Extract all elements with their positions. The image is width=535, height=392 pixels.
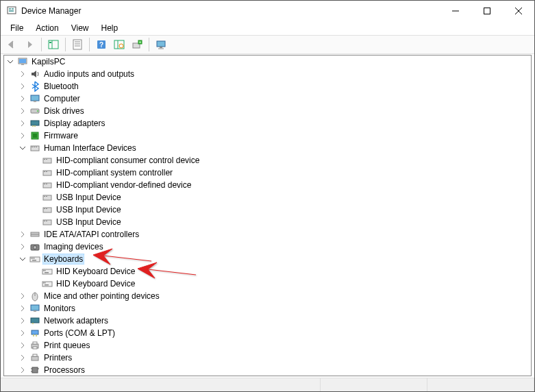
computer-icon [29, 93, 40, 104]
tree-category[interactable]: Mice and other pointing devices [4, 290, 531, 302]
tree-device-keyboard[interactable]: HID Keyboard Device [4, 265, 531, 278]
menu-file[interactable]: File [5, 22, 29, 34]
tree-device[interactable]: HID-compliant consumer control device [4, 154, 531, 167]
tree-category[interactable]: Monitors [4, 302, 531, 315]
tree-category[interactable]: Ports (COM & LPT) [4, 327, 531, 339]
chevron-down-icon[interactable] [18, 143, 27, 153]
firmware-icon [29, 130, 40, 141]
help-button[interactable]: ? [93, 36, 110, 53]
chevron-right-icon[interactable] [18, 69, 27, 79]
svg-point-63 [34, 246, 37, 249]
show-hide-tree-button[interactable] [45, 36, 62, 53]
svg-rect-34 [32, 125, 34, 127]
svg-rect-40 [34, 147, 35, 147]
chevron-right-icon[interactable] [18, 131, 27, 140]
scan-hardware-button[interactable] [111, 36, 127, 53]
tree-device-keyboard[interactable]: HID Keyboard Device [4, 278, 531, 290]
tree-category[interactable]: Audio inputs and outputs [4, 68, 531, 80]
tree-device[interactable]: USB Input Device [4, 204, 531, 216]
tree-category[interactable]: Printers [4, 352, 531, 364]
chevron-right-icon[interactable] [18, 230, 27, 239]
node-label: HID-compliant system controller [55, 168, 174, 177]
svg-rect-79 [31, 305, 39, 310]
svg-rect-23 [157, 41, 165, 47]
chevron-right-icon[interactable] [18, 106, 27, 116]
hid-icon [42, 204, 53, 215]
svg-rect-43 [44, 159, 45, 160]
computer-icon [17, 56, 28, 67]
svg-rect-47 [46, 171, 47, 172]
tree-category-keyboards[interactable]: Keyboards [4, 253, 531, 265]
annotation-arrow-2 [138, 260, 199, 282]
chevron-right-icon[interactable] [18, 304, 27, 313]
back-button[interactable] [3, 36, 20, 53]
chevron-down-icon[interactable] [5, 57, 15, 66]
node-label: Human Interface Devices [42, 143, 138, 153]
chevron-right-icon[interactable] [18, 316, 27, 326]
chevron-down-icon[interactable] [18, 254, 27, 264]
minimize-button[interactable] [440, 1, 471, 21]
node-label: Print queues [42, 341, 91, 350]
svg-rect-75 [45, 282, 46, 284]
tree-device[interactable]: HID-compliant vendor-defined device [4, 179, 531, 191]
chevron-right-icon[interactable] [18, 119, 27, 128]
tree-category[interactable]: Network adapters [4, 315, 531, 327]
chevron-right-icon[interactable] [18, 341, 27, 350]
hid-icon [29, 143, 40, 154]
mouse-icon [29, 291, 40, 302]
svg-rect-55 [44, 208, 45, 209]
node-label: Monitors [42, 304, 77, 313]
ports-icon [29, 328, 40, 339]
monitor-icon-button[interactable] [153, 36, 169, 53]
close-button[interactable] [503, 1, 534, 21]
tree-category[interactable]: Firmware [4, 130, 531, 142]
svg-rect-39 [32, 147, 33, 147]
chevron-right-icon[interactable] [18, 328, 27, 338]
maximize-button[interactable] [471, 1, 503, 21]
tree-root[interactable]: KapilsPC [4, 56, 531, 68]
chevron-right-icon[interactable] [18, 291, 27, 301]
chevron-right-icon[interactable] [18, 94, 27, 103]
node-label: Printers [42, 353, 73, 363]
tree-category[interactable]: Print queues [4, 339, 531, 352]
hid-icon [42, 167, 53, 178]
chevron-right-icon[interactable] [18, 365, 27, 375]
add-legacy-hardware-button[interactable]: + [129, 36, 145, 53]
node-label: Audio inputs and outputs [42, 69, 136, 79]
chevron-right-icon[interactable] [18, 82, 27, 91]
node-label: Ports (COM & LPT) [42, 328, 116, 338]
node-label: USB Input Device [55, 217, 123, 227]
svg-rect-91 [32, 367, 38, 373]
properties-button[interactable] [69, 36, 86, 53]
tree-category[interactable]: Disk drives [4, 105, 531, 117]
tree-category[interactable]: Computer [4, 93, 531, 105]
forward-button[interactable] [21, 36, 38, 53]
svg-rect-24 [160, 47, 162, 48]
status-bar [1, 378, 534, 391]
svg-rect-90 [33, 354, 37, 356]
toolbar: ? + [1, 35, 534, 54]
svg-rect-41 [36, 147, 37, 147]
menu-view[interactable]: View [66, 22, 95, 34]
chevron-right-icon[interactable] [18, 242, 27, 252]
tree-category[interactable]: Imaging devices [4, 241, 531, 253]
chevron-right-icon[interactable] [18, 353, 27, 363]
svg-rect-8 [49, 40, 58, 49]
svg-rect-84 [33, 334, 34, 336]
device-tree[interactable]: KapilsPC Audio inputs and outputs Blueto… [3, 55, 532, 376]
tree-device[interactable]: HID-compliant system controller [4, 167, 531, 179]
tree-device[interactable]: USB Input Device [4, 216, 531, 228]
menu-help[interactable]: Help [96, 22, 124, 34]
tree-category[interactable]: IDE ATA/ATAPI controllers [4, 228, 531, 241]
tree-category-expanded[interactable]: Human Interface Devices [4, 142, 531, 154]
ide-icon [29, 229, 40, 240]
processor-icon [29, 365, 40, 376]
window-title: Device Manager [21, 6, 440, 16]
monitor-icon [29, 303, 40, 314]
tree-category[interactable]: Display adapters [4, 117, 531, 130]
tree-category[interactable]: Processors [4, 364, 531, 376]
tree-device[interactable]: USB Input Device [4, 191, 531, 204]
svg-rect-10 [49, 42, 51, 43]
menu-action[interactable]: Action [30, 22, 64, 34]
tree-category[interactable]: Bluetooth [4, 80, 531, 93]
